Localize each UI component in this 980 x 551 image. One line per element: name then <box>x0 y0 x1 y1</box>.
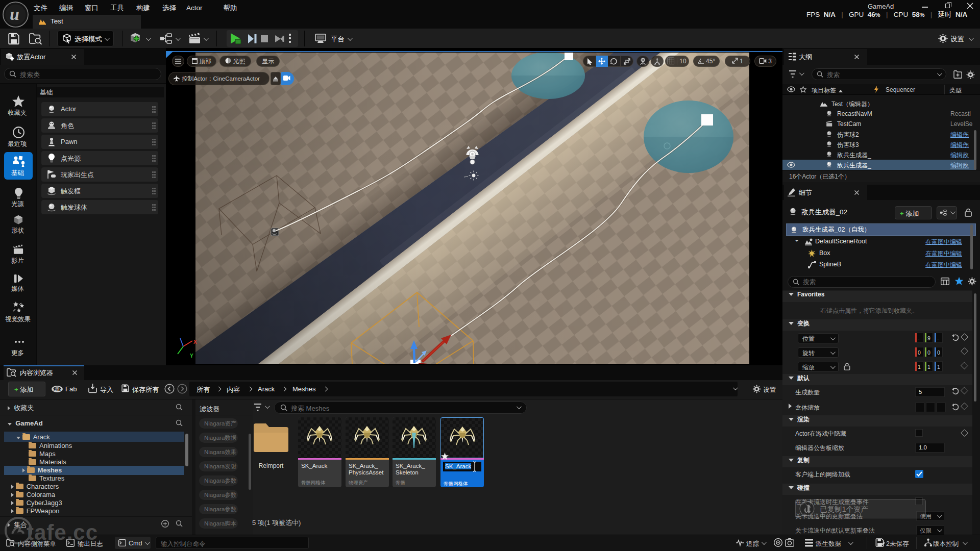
svg-text:Y: Y <box>190 353 193 359</box>
svg-text:FAB: FAB <box>54 388 61 391</box>
svg-text:u: u <box>10 5 19 23</box>
svg-text:X: X <box>193 339 197 345</box>
